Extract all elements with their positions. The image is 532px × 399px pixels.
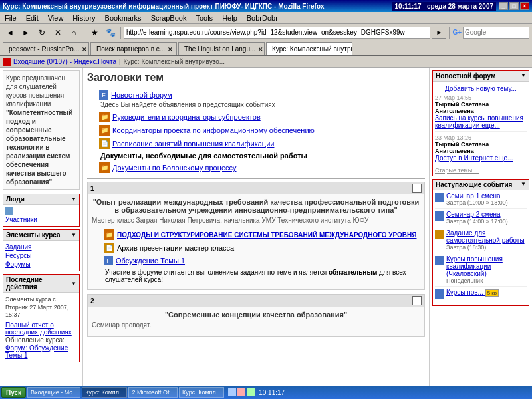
event-item-3: Задание для самостоятельной работы Завтр…	[435, 229, 527, 253]
coordinators-link[interactable]: Координаторы проекта по информационному …	[112, 126, 315, 134]
maximize-button[interactable]: □	[509, 2, 519, 10]
news-forum-link[interactable]: Новостной форум	[111, 91, 172, 99]
bookmark-icon[interactable]: ★	[87, 26, 102, 39]
lesson-content-1: "Опыт реализации международных требовани…	[88, 194, 424, 289]
start-button[interactable]: Пуск	[1, 387, 26, 398]
lesson-header-2: 2	[88, 295, 424, 307]
event-link-3[interactable]: Задание для самостоятельной работы	[446, 229, 525, 244]
forward-button[interactable]: ►	[19, 26, 33, 39]
event-time-2: Завтра (14:00 » 17:00)	[446, 218, 527, 225]
news-link-1[interactable]: Запись на курсы повышения квалификации е…	[435, 114, 523, 129]
menu-help[interactable]: Help	[220, 13, 239, 23]
window-title: Курс: Комплексный внутривузовский информ…	[3, 3, 325, 10]
tab-close-search[interactable]: ✕	[168, 46, 173, 53]
event-icon-5	[435, 289, 444, 299]
news-more-link[interactable]: Старые темы ...	[435, 167, 527, 174]
resource-icon-1: 📄	[99, 138, 110, 149]
page-title: Заголовки тем	[87, 72, 425, 84]
people-collapse-btn[interactable]: ▼	[71, 196, 76, 202]
sidebar-elements-section: Элементы курса ▼ Задания Ресурсы Форумы	[3, 229, 80, 271]
discuss-topic1-link[interactable]: Обсуждение Темы 1	[116, 257, 185, 265]
bologna-link[interactable]: Документы по Болонскому процессу	[112, 164, 237, 172]
clock-display: 10:11:17 среда 28 марта 2007	[392, 2, 496, 11]
taskbar-item-4[interactable]: Курс: Компл...	[179, 387, 224, 398]
event-link-2[interactable]: Семинар 2 смена	[446, 211, 501, 218]
elements-collapse-btn[interactable]: ▼	[71, 232, 76, 238]
lesson-title-1: "Опыт реализации международных требовани…	[92, 198, 420, 214]
news-collapse-btn[interactable]: ▼	[521, 72, 526, 80]
lesson-checkbox-2[interactable]	[412, 296, 422, 305]
toolbar-separator-3	[449, 27, 450, 39]
menu-scrapbook[interactable]: ScrapBook	[149, 13, 189, 23]
managers-link[interactable]: Руководители и координаторы субпроектов	[112, 113, 261, 121]
archive-text: Архив презентации мастер-класса	[117, 244, 234, 252]
menu-file[interactable]: File	[3, 13, 19, 23]
tab-linguist[interactable]: The Linguist on Langu... ✕	[178, 42, 265, 55]
inbox-link[interactable]: Входящие (0/107) - Яндекс.Почта	[13, 58, 116, 65]
events-section-header: Наступающие события ▼	[433, 180, 529, 190]
international-link[interactable]: ПОДХОДЫ И СТРУКТУРИРОВАНИЕ СИСТЕМЫ ТРЕБО…	[117, 231, 416, 239]
taskbar-item-1[interactable]: Входящие - Mc...	[27, 387, 80, 398]
event-time-3: Завтра (18:30)	[446, 244, 527, 251]
taskbar-item-2[interactable]: Курс: Компл...	[82, 387, 127, 398]
sidebar-people-header: Люди ▼	[3, 194, 79, 205]
event-link-1[interactable]: Семинар 1 смена	[446, 192, 501, 200]
tasks-link[interactable]: Задания	[5, 243, 77, 251]
sidebar-last-actions-header: Последние действия ▼	[3, 275, 79, 293]
user-icon	[5, 207, 13, 215]
close-button[interactable]: ×	[520, 2, 529, 10]
menu-history[interactable]: History	[70, 13, 97, 23]
paw-icon[interactable]: 🐾	[103, 26, 118, 39]
tab-search[interactable]: Поиск партнеров в с... ✕	[90, 42, 177, 55]
news-item-2: 23 Map 13:26 Тырты́й Светлана Анатольевн…	[435, 134, 527, 164]
event-icon-3	[435, 230, 444, 239]
folder-icon-4: 📁	[104, 229, 114, 240]
tab-course[interactable]: Курс: Комплексный внутривузо... ✕	[266, 42, 352, 55]
list-item: 📄 Расписание занятий повышения квалифика…	[87, 137, 425, 150]
add-topic-link[interactable]: Добавить новую тему...	[435, 84, 527, 94]
event-link-4[interactable]: Курсы повышения квалификации (Чкаловский…	[446, 255, 503, 277]
taskbar-item-3[interactable]: 2 Microsoft Of...	[128, 387, 178, 398]
menu-bobrdobr[interactable]: BobrDobr	[245, 13, 280, 23]
forum-topic-link[interactable]: Форум: Обсуждение Темы 1	[5, 344, 77, 360]
schedule-link[interactable]: Расписание занятий повышения квалификаци…	[112, 140, 274, 148]
minimize-button[interactable]: _	[499, 2, 508, 10]
event-badge-5: 5 кв	[485, 289, 499, 297]
forums-link[interactable]: Форумы	[5, 260, 77, 269]
events-collapse-btn[interactable]: ▼	[521, 181, 526, 188]
sidebar-elements-content: Задания Ресурсы Форумы	[3, 241, 79, 271]
right-sidebar: Новостной форум ▼ Добавить новую тему...…	[429, 68, 532, 386]
tab-close-linguist[interactable]: ✕	[258, 46, 263, 53]
list-item: F Новостной форум	[87, 89, 425, 101]
tab-close-pedsovet[interactable]: ✕	[82, 46, 87, 53]
menu-tools[interactable]: Tools	[194, 13, 215, 23]
event-details-1: Семинар 1 смена Завтра (10:00 » 13:00)	[446, 192, 527, 206]
menu-view[interactable]: View	[46, 13, 66, 23]
menu-bookmarks[interactable]: Bookmarks	[103, 13, 144, 23]
participants-link[interactable]: Участники	[5, 215, 77, 224]
sidebar-last-actions-section: Последние действия ▼ Элементы курса с Вт…	[3, 274, 80, 362]
back-button[interactable]: ◄	[3, 26, 17, 39]
menu-edit[interactable]: Edit	[24, 13, 41, 23]
reload-button[interactable]: ↻	[35, 26, 49, 39]
inbox-bar: Входящие (0/107) - Яндекс.Почта | Курс: …	[0, 56, 532, 68]
stop-button[interactable]: ✕	[51, 26, 65, 39]
event-link-5[interactable]: Курсы пов...	[446, 289, 485, 296]
go-button[interactable]: ►	[432, 27, 446, 39]
full-report-link[interactable]: Полный отчет о последних действиях	[5, 321, 77, 336]
search-input[interactable]	[463, 27, 529, 39]
lesson-checkbox-1[interactable]	[412, 184, 422, 193]
forum-topic-icon: F	[99, 90, 108, 100]
news-link-2[interactable]: Доступ в Интернет еще...	[435, 154, 513, 162]
event-icon-1	[435, 193, 444, 202]
lesson-subtitle-1: Мастер-класс Заграя Николая Петровича, н…	[92, 217, 420, 224]
last-actions-collapse-btn[interactable]: ▼	[71, 281, 76, 287]
address-bar[interactable]: http://e-learning.rspu.edu.ru/course/vie…	[124, 27, 430, 39]
toolbar: ◄ ► ↻ ✕ ⌂ ★ 🐾 http://e-learning.rspu.edu…	[0, 24, 532, 41]
event-time-4: Понедельник	[446, 277, 527, 284]
tab-pedsovet[interactable]: pedsovet - RussianPo... ✕	[3, 42, 89, 55]
resources-link[interactable]: Ресурсы	[5, 251, 77, 260]
home-button[interactable]: ⌂	[66, 26, 81, 39]
course-description: Курс предназначен для слушателей курсов …	[3, 70, 80, 190]
google-label: G+	[452, 29, 462, 36]
